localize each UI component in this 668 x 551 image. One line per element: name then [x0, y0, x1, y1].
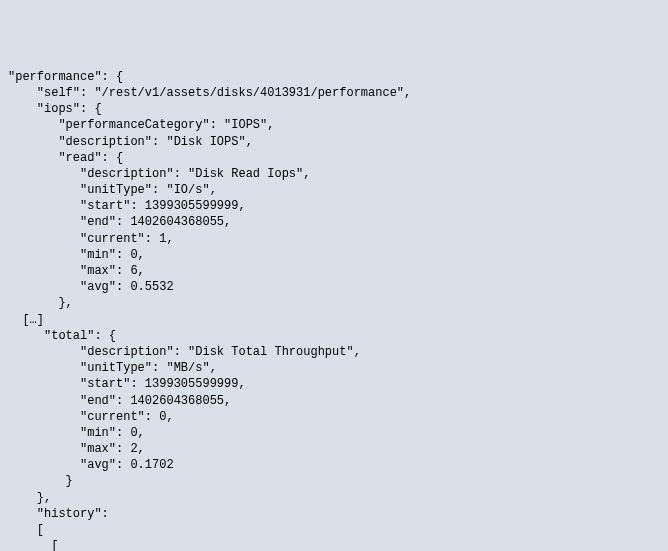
code-line: } [8, 473, 660, 489]
code-line: [ [8, 522, 660, 538]
code-line: "performance": { [8, 69, 660, 85]
code-line: "description": "Disk Read Iops", [8, 166, 660, 182]
code-line: "start": 1399305599999, [8, 198, 660, 214]
code-line: "end": 1402604368055, [8, 214, 660, 230]
code-line: "iops": { [8, 101, 660, 117]
code-line: "avg": 0.1702 [8, 457, 660, 473]
code-line: "current": 0, [8, 409, 660, 425]
code-line: "avg": 0.5532 [8, 279, 660, 295]
code-line: "performanceCategory": "IOPS", [8, 117, 660, 133]
code-line: "max": 6, [8, 263, 660, 279]
code-line: "unitType": "IO/s", [8, 182, 660, 198]
code-line: "current": 1, [8, 231, 660, 247]
code-line: "description": "Disk Total Throughput", [8, 344, 660, 360]
json-code-block: "performance": { "self": "/rest/v1/asset… [8, 69, 660, 551]
code-line: "start": 1399305599999, [8, 376, 660, 392]
code-line: }, [8, 295, 660, 311]
code-line: "max": 2, [8, 441, 660, 457]
code-line: "min": 0, [8, 247, 660, 263]
code-line: [ [8, 538, 660, 551]
code-line: "history": [8, 506, 660, 522]
code-line: "self": "/rest/v1/assets/disks/4013931/p… [8, 85, 660, 101]
code-line: "min": 0, [8, 425, 660, 441]
code-line: "total": { [8, 328, 660, 344]
code-line: }, [8, 490, 660, 506]
code-line: "unitType": "MB/s", [8, 360, 660, 376]
code-line: […] [8, 312, 660, 328]
code-line: "end": 1402604368055, [8, 393, 660, 409]
code-line: "read": { [8, 150, 660, 166]
code-line: "description": "Disk IOPS", [8, 134, 660, 150]
